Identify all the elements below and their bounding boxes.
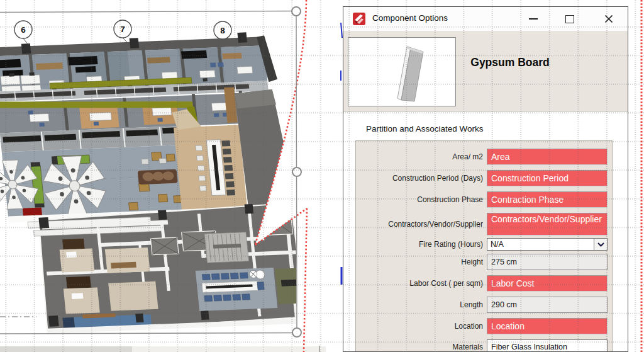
field-value[interactable]: Fiber Glass Insulation — [487, 339, 608, 351]
handle-bottom-right — [292, 328, 301, 337]
minimize-button[interactable] — [525, 11, 542, 26]
layout-canvas: 6 7 8 Component Options — [0, 0, 644, 352]
component-options-dialog: Component Options Gypsum Board Partition… — [343, 6, 628, 352]
field-row-area-m2: Area/ m2Area — [356, 149, 612, 165]
dialog-body: Partition and Associated Works Area/ m2A… — [343, 111, 628, 351]
field-row-fire-rating-hours-: Fire Rating (Hours)N/A — [356, 238, 612, 251]
field-label: Materials — [356, 343, 487, 351]
field-row-construction-period-days-: Construction Period (Days)Construction P… — [356, 170, 612, 186]
field-value[interactable]: 290 cm — [487, 297, 608, 313]
field-row-materials: MaterialsFiber Glass Insulation — [356, 339, 612, 351]
dialog-titlebar[interactable]: Component Options — [343, 7, 628, 31]
grid-bubble-8: 8 — [220, 26, 225, 35]
field-value-text: Fiber Glass Insulation — [491, 343, 567, 351]
component-name: Gypsum Board — [438, 56, 582, 69]
field-row-contractors-vendor-supplier: Contractors/Vendor/SupplierContractors/​… — [356, 213, 612, 236]
field-label: Construction Period (Days) — [356, 174, 487, 183]
field-row-length: Length290 cm — [356, 297, 612, 313]
close-icon — [604, 14, 613, 23]
field-value[interactable]: Contractors/​Vendor/​Supplier — [487, 213, 608, 236]
dialog-title: Component Options — [372, 13, 448, 23]
grid-bubble-7: 7 — [120, 25, 125, 34]
field-value-text: Construction Period — [491, 173, 569, 183]
handle-mid-right — [292, 167, 301, 176]
field-row-height: Height275 cm — [356, 254, 612, 270]
handle-top-right — [292, 7, 301, 16]
blue-guide-ticks — [341, 23, 342, 285]
field-value[interactable]: 275 cm — [487, 254, 608, 270]
section-title: Partition and Associated Works — [366, 124, 484, 133]
field-label: Area/ m2 — [356, 152, 487, 161]
close-button[interactable] — [600, 11, 618, 26]
field-label: Length — [356, 300, 487, 309]
options-groupbox: Area/ m2AreaConstruction Period (Days)Co… — [355, 140, 613, 351]
field-value[interactable]: Area — [487, 149, 608, 165]
field-label: Height — [356, 258, 487, 266]
maximize-button[interactable] — [561, 11, 579, 26]
field-value-text: Contraction Phase — [491, 195, 564, 205]
field-value[interactable]: Labor Cost — [487, 275, 608, 292]
field-value[interactable]: Contraction Phase — [487, 191, 608, 208]
field-value-text: 290 cm — [491, 300, 517, 309]
component-preview — [348, 37, 456, 106]
field-label: Fire Rating (Hours) — [356, 240, 487, 249]
field-row-construction-phase: Construction PhaseContraction Phase — [356, 191, 612, 208]
gypsum-board-thumbnail — [348, 38, 455, 106]
field-value[interactable]: Location — [487, 318, 608, 334]
field-label: Location — [356, 322, 487, 331]
field-label: Construction Phase — [356, 195, 487, 204]
sketchup-logo-icon — [352, 12, 367, 26]
maximize-icon — [565, 15, 574, 23]
grid-bubble-6: 6 — [21, 25, 26, 35]
building-model — [0, 31, 309, 336]
field-value-text: 275 cm — [491, 258, 517, 266]
field-value-text: Contractors/​Vendor/​Supplier — [491, 214, 602, 225]
field-value-text: Area — [491, 152, 510, 162]
dialog-header: Gypsum Board — [343, 31, 628, 111]
field-value-text: Labor Cost — [491, 278, 534, 288]
minimize-icon — [529, 18, 538, 20]
field-row-location: LocationLocation — [356, 318, 612, 334]
field-label: Contractors/Vendor/Supplier — [356, 220, 487, 229]
field-label: Labor Cost ( per sqm) — [356, 279, 487, 288]
field-row-labor-cost-per-sqm-: Labor Cost ( per sqm)Labor Cost — [356, 275, 612, 292]
chevron-down-icon[interactable] — [594, 239, 607, 250]
bottom-strip — [0, 346, 326, 352]
field-dropdown[interactable]: N/A — [487, 238, 608, 251]
field-value[interactable]: Construction Period — [487, 170, 608, 186]
field-value-text: N/A — [491, 240, 594, 249]
field-value-text: Location — [491, 321, 525, 331]
